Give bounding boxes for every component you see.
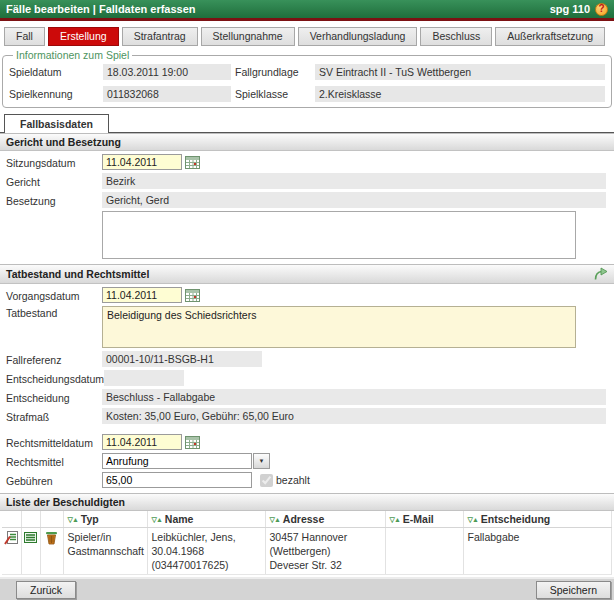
tab-strafantrag[interactable]: Strafantrag xyxy=(122,27,198,46)
cell-adresse: 30457 Hannover (Wettbergen) Deveser Str.… xyxy=(265,528,385,575)
section-tatbestand-header: Tatbestand und Rechtsmittel xyxy=(0,264,614,284)
help-icon[interactable]: ? xyxy=(595,3,608,16)
refresh-arrow-icon[interactable] xyxy=(593,267,608,281)
sitzungsdatum-label: Sitzungsdatum xyxy=(6,156,102,169)
sort-icon: ▽▲ xyxy=(390,516,400,523)
save-button[interactable]: Speichern xyxy=(536,581,611,599)
game-info-legend: Informationen zum Spiel xyxy=(13,49,132,61)
rechtsmittel-select[interactable]: ▼ xyxy=(102,453,270,469)
back-button[interactable]: Zurück xyxy=(16,581,76,599)
edit-row-icon[interactable] xyxy=(2,528,21,575)
tab-beschluss[interactable]: Beschluss xyxy=(420,27,492,46)
spielklasse-value: 2.Kreisklasse xyxy=(315,86,605,102)
entscheidung-value: Beschluss - Fallabgabe xyxy=(102,389,606,405)
gericht-value: Bezirk xyxy=(102,173,606,189)
bezahlt-label: bezahlt xyxy=(276,474,310,486)
sort-icon: ▽▲ xyxy=(468,516,478,523)
sort-icon: ▽▲ xyxy=(270,516,280,523)
tab-stellungnahme[interactable]: Stellungnahme xyxy=(201,27,295,46)
section-tatbestand-title: Tatbestand und Rechtsmittel xyxy=(6,268,149,280)
section-beschuldigte-header: Liste der Beschuldigten xyxy=(0,493,614,511)
strafmass-value: Kosten: 35,00 Euro, Gebühr: 65,00 Euro xyxy=(102,408,606,424)
column-typ[interactable]: ▽▲Typ xyxy=(63,511,147,528)
column-entscheidung[interactable]: ▽▲Entscheidung xyxy=(463,511,612,528)
spieldatum-value: 18.03.2011 19:00 xyxy=(103,64,231,80)
vorgangsdatum-label: Vorgangsdatum xyxy=(6,289,102,302)
besetzung-value: Gericht, Gerd xyxy=(102,192,606,208)
bezahlt-checkbox xyxy=(260,474,273,487)
column-adresse[interactable]: ▽▲Adresse xyxy=(265,511,385,528)
cell-name: Leibküchler, Jens, 30.04.1968 (034470017… xyxy=(147,528,265,575)
tatbestand-label: Tatbestand xyxy=(6,306,102,319)
app-code-label: spg 110 xyxy=(550,3,590,15)
sitzungsdatum-input[interactable] xyxy=(102,154,182,170)
rechtsmitteldatum-label: Rechtsmitteldatum xyxy=(6,436,102,449)
tab-fallbasisdaten[interactable]: Fallbasisdaten xyxy=(4,114,109,133)
cell-entscheidung: Fallabgabe xyxy=(463,528,612,575)
fallreferenz-label: Fallreferenz xyxy=(6,353,102,366)
entscheidungsdatum-value xyxy=(104,370,184,386)
fallreferenz-value: 00001-10/11-BSGB-H1 xyxy=(102,351,262,367)
main-tab-bar: Fall Erstellung Strafantrag Stellungnahm… xyxy=(0,21,614,46)
column-email[interactable]: ▽▲E-Mail xyxy=(385,511,463,528)
cell-email xyxy=(385,528,463,575)
sort-icon: ▽▲ xyxy=(68,516,78,523)
besetzung-label: Besetzung xyxy=(6,194,102,207)
fallgrundlage-label: Fallgrundlage xyxy=(235,66,311,78)
tab-verhandlungsladung[interactable]: Verhandlungsladung xyxy=(298,27,418,46)
cell-typ: Spieler/in Gastmannschaft xyxy=(63,528,147,575)
footer-bar: Zurück Speichern xyxy=(0,577,614,600)
spieldatum-label: Spieldatum xyxy=(9,66,99,78)
entscheidung-label: Entscheidung xyxy=(6,391,102,404)
page-title: Fälle bearbeiten | Falldaten erfassen xyxy=(6,3,196,15)
game-info-box: Informationen zum Spiel Spieldatum 18.03… xyxy=(2,49,612,108)
tatbestand-textarea[interactable]: Beleidigung des Schiedsrichters xyxy=(102,306,576,348)
calendar-icon[interactable] xyxy=(185,289,200,302)
column-name[interactable]: ▽▲Name xyxy=(147,511,265,528)
gebuehren-input[interactable] xyxy=(102,472,252,488)
fallbasisdaten-panel: Gericht und Besetzung Sitzungsdatum Geri… xyxy=(0,132,614,575)
tab-ausserkraftsetzung[interactable]: Außerkraftsetzung xyxy=(495,27,605,46)
spielkennung-label: Spielkennung xyxy=(9,88,99,100)
beschuldigte-table: ▽▲Typ ▽▲Name ▽▲Adresse ▽▲E-Mail ▽▲Entsch… xyxy=(2,511,612,575)
tab-erstellung[interactable]: Erstellung xyxy=(48,27,119,46)
rechtsmitteldatum-input[interactable] xyxy=(102,434,182,450)
sort-icon: ▽▲ xyxy=(152,516,162,523)
besetzung-notes-textarea[interactable] xyxy=(102,211,576,259)
gebuehren-label: Gebühren xyxy=(6,474,102,487)
calendar-icon[interactable] xyxy=(185,156,200,169)
falldaten-window: Fälle bearbeiten | Falldaten erfassen sp… xyxy=(0,0,614,600)
section-gericht-header: Gericht und Besetzung xyxy=(0,133,614,151)
section-beschuldigte-title: Liste der Beschuldigten xyxy=(6,496,125,508)
chevron-down-icon[interactable]: ▼ xyxy=(253,453,270,469)
tab-fall[interactable]: Fall xyxy=(4,27,45,46)
strafmass-label: Strafmaß xyxy=(6,410,102,423)
gericht-label: Gericht xyxy=(6,175,102,188)
vorgangsdatum-input[interactable] xyxy=(102,287,182,303)
table-header-row: ▽▲Typ ▽▲Name ▽▲Adresse ▽▲E-Mail ▽▲Entsch… xyxy=(2,511,612,528)
section-gericht-title: Gericht und Besetzung xyxy=(6,136,121,148)
entscheidungsdatum-label: Entscheidungsdatum xyxy=(6,372,104,385)
rechtsmittel-label: Rechtsmittel xyxy=(6,455,102,468)
calendar-icon[interactable] xyxy=(185,436,200,449)
fallgrundlage-value: SV Eintracht II - TuS Wettbergen xyxy=(315,64,605,80)
delete-row-icon[interactable] xyxy=(40,528,63,575)
spielklasse-label: Spielklasse xyxy=(235,88,311,100)
spielkennung-value: 011832068 xyxy=(103,86,231,102)
table-row: Spieler/in Gastmannschaft Leibküchler, J… xyxy=(2,528,612,575)
title-bar: Fälle bearbeiten | Falldaten erfassen sp… xyxy=(0,0,614,18)
details-row-icon[interactable] xyxy=(21,528,40,575)
rechtsmittel-value[interactable] xyxy=(102,453,252,469)
